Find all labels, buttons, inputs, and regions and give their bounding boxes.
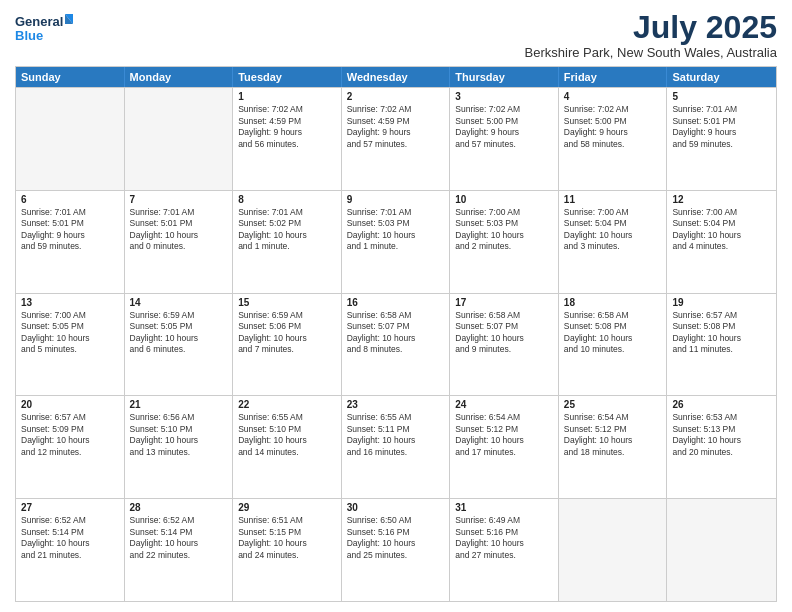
daylight-line1: Daylight: 9 hours — [347, 127, 445, 138]
daylight-line2: and 24 minutes. — [238, 550, 336, 561]
sunset-line: Sunset: 4:59 PM — [347, 116, 445, 127]
daylight-line2: and 21 minutes. — [21, 550, 119, 561]
sunset-line: Sunset: 5:07 PM — [455, 321, 553, 332]
cal-cell: 28 Sunrise: 6:52 AM Sunset: 5:14 PM Dayl… — [125, 499, 234, 601]
day-number: 23 — [347, 399, 445, 410]
cal-cell — [559, 499, 668, 601]
cal-row: 20 Sunrise: 6:57 AM Sunset: 5:09 PM Dayl… — [16, 395, 776, 498]
day-number: 19 — [672, 297, 771, 308]
sunrise-line: Sunrise: 6:56 AM — [130, 412, 228, 423]
daylight-line1: Daylight: 10 hours — [564, 230, 662, 241]
daylight-line1: Daylight: 10 hours — [347, 230, 445, 241]
cal-cell: 22 Sunrise: 6:55 AM Sunset: 5:10 PM Dayl… — [233, 396, 342, 498]
sunrise-line: Sunrise: 7:02 AM — [455, 104, 553, 115]
daylight-line2: and 13 minutes. — [130, 447, 228, 458]
cal-cell: 18 Sunrise: 6:58 AM Sunset: 5:08 PM Dayl… — [559, 294, 668, 396]
sunrise-line: Sunrise: 7:01 AM — [21, 207, 119, 218]
cal-cell: 6 Sunrise: 7:01 AM Sunset: 5:01 PM Dayli… — [16, 191, 125, 293]
sunrise-line: Sunrise: 7:02 AM — [347, 104, 445, 115]
sunset-line: Sunset: 5:12 PM — [564, 424, 662, 435]
cal-cell: 29 Sunrise: 6:51 AM Sunset: 5:15 PM Dayl… — [233, 499, 342, 601]
cal-cell: 5 Sunrise: 7:01 AM Sunset: 5:01 PM Dayli… — [667, 88, 776, 190]
sunrise-line: Sunrise: 6:58 AM — [564, 310, 662, 321]
cal-cell: 15 Sunrise: 6:59 AM Sunset: 5:06 PM Dayl… — [233, 294, 342, 396]
title-block: July 2025 Berkshire Park, New South Wale… — [525, 10, 777, 60]
daylight-line1: Daylight: 10 hours — [238, 538, 336, 549]
daylight-line2: and 4 minutes. — [672, 241, 771, 252]
daylight-line2: and 8 minutes. — [347, 344, 445, 355]
daylight-line2: and 56 minutes. — [238, 139, 336, 150]
day-number: 9 — [347, 194, 445, 205]
sunrise-line: Sunrise: 6:50 AM — [347, 515, 445, 526]
daylight-line1: Daylight: 10 hours — [238, 333, 336, 344]
daylight-line2: and 18 minutes. — [564, 447, 662, 458]
daylight-line2: and 27 minutes. — [455, 550, 553, 561]
day-number: 11 — [564, 194, 662, 205]
sunset-line: Sunset: 5:01 PM — [672, 116, 771, 127]
sunrise-line: Sunrise: 7:00 AM — [672, 207, 771, 218]
sunset-line: Sunset: 5:04 PM — [672, 218, 771, 229]
sunrise-line: Sunrise: 6:49 AM — [455, 515, 553, 526]
col-wednesday: Wednesday — [342, 67, 451, 87]
daylight-line1: Daylight: 9 hours — [672, 127, 771, 138]
day-number: 31 — [455, 502, 553, 513]
day-number: 5 — [672, 91, 771, 102]
sunrise-line: Sunrise: 7:00 AM — [21, 310, 119, 321]
sunrise-line: Sunrise: 6:59 AM — [238, 310, 336, 321]
day-number: 30 — [347, 502, 445, 513]
logo-svg: General Blue — [15, 10, 75, 46]
daylight-line1: Daylight: 10 hours — [347, 333, 445, 344]
svg-text:Blue: Blue — [15, 28, 43, 43]
sunrise-line: Sunrise: 7:01 AM — [347, 207, 445, 218]
sunrise-line: Sunrise: 7:01 AM — [238, 207, 336, 218]
sunrise-line: Sunrise: 6:57 AM — [21, 412, 119, 423]
cal-cell: 23 Sunrise: 6:55 AM Sunset: 5:11 PM Dayl… — [342, 396, 451, 498]
daylight-line1: Daylight: 9 hours — [21, 230, 119, 241]
daylight-line1: Daylight: 10 hours — [130, 435, 228, 446]
day-number: 14 — [130, 297, 228, 308]
sunset-line: Sunset: 5:07 PM — [347, 321, 445, 332]
sunrise-line: Sunrise: 6:55 AM — [347, 412, 445, 423]
cal-cell: 3 Sunrise: 7:02 AM Sunset: 5:00 PM Dayli… — [450, 88, 559, 190]
sunrise-line: Sunrise: 7:00 AM — [455, 207, 553, 218]
calendar: Sunday Monday Tuesday Wednesday Thursday… — [15, 66, 777, 602]
cal-cell: 26 Sunrise: 6:53 AM Sunset: 5:13 PM Dayl… — [667, 396, 776, 498]
daylight-line2: and 5 minutes. — [21, 344, 119, 355]
daylight-line2: and 59 minutes. — [21, 241, 119, 252]
day-number: 26 — [672, 399, 771, 410]
sunrise-line: Sunrise: 6:54 AM — [455, 412, 553, 423]
sunset-line: Sunset: 5:05 PM — [21, 321, 119, 332]
daylight-line1: Daylight: 10 hours — [347, 435, 445, 446]
month-title: July 2025 — [525, 10, 777, 45]
sunset-line: Sunset: 5:10 PM — [238, 424, 336, 435]
daylight-line1: Daylight: 10 hours — [130, 230, 228, 241]
daylight-line2: and 1 minute. — [238, 241, 336, 252]
col-headers: Sunday Monday Tuesday Wednesday Thursday… — [16, 67, 776, 87]
daylight-line1: Daylight: 10 hours — [21, 333, 119, 344]
day-number: 12 — [672, 194, 771, 205]
daylight-line2: and 6 minutes. — [130, 344, 228, 355]
day-number: 16 — [347, 297, 445, 308]
day-number: 1 — [238, 91, 336, 102]
sunset-line: Sunset: 5:16 PM — [347, 527, 445, 538]
daylight-line1: Daylight: 10 hours — [21, 538, 119, 549]
cal-row: 1 Sunrise: 7:02 AM Sunset: 4:59 PM Dayli… — [16, 87, 776, 190]
sunrise-line: Sunrise: 6:52 AM — [21, 515, 119, 526]
day-number: 13 — [21, 297, 119, 308]
daylight-line1: Daylight: 9 hours — [238, 127, 336, 138]
sunset-line: Sunset: 5:14 PM — [130, 527, 228, 538]
daylight-line1: Daylight: 10 hours — [130, 333, 228, 344]
daylight-line1: Daylight: 10 hours — [564, 435, 662, 446]
col-thursday: Thursday — [450, 67, 559, 87]
sunset-line: Sunset: 5:08 PM — [672, 321, 771, 332]
daylight-line2: and 1 minute. — [347, 241, 445, 252]
daylight-line2: and 9 minutes. — [455, 344, 553, 355]
cal-cell: 25 Sunrise: 6:54 AM Sunset: 5:12 PM Dayl… — [559, 396, 668, 498]
day-number: 22 — [238, 399, 336, 410]
cal-cell: 19 Sunrise: 6:57 AM Sunset: 5:08 PM Dayl… — [667, 294, 776, 396]
col-tuesday: Tuesday — [233, 67, 342, 87]
daylight-line1: Daylight: 10 hours — [238, 230, 336, 241]
daylight-line2: and 25 minutes. — [347, 550, 445, 561]
daylight-line2: and 16 minutes. — [347, 447, 445, 458]
day-number: 6 — [21, 194, 119, 205]
